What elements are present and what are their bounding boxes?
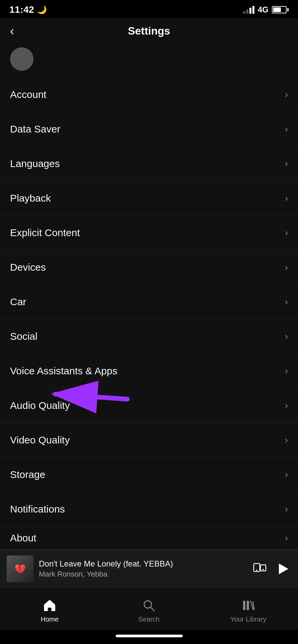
settings-label-notifications: Notifications — [10, 503, 65, 515]
play-button[interactable] — [275, 560, 291, 577]
connect-device-icon[interactable] — [253, 561, 266, 577]
settings-label-data-saver: Data Saver — [10, 123, 60, 135]
chevron-icon-notifications: › — [285, 504, 288, 515]
settings-label-playback: Playback — [10, 193, 51, 204]
chevron-icon-video-quality: › — [285, 435, 288, 445]
svg-point-4 — [256, 570, 257, 571]
battery-indicator — [272, 6, 289, 13]
chevron-icon-social: › — [285, 331, 288, 342]
settings-item-social[interactable]: Social › — [0, 319, 298, 354]
settings-item-car[interactable]: Car › — [0, 285, 298, 319]
home-icon — [42, 598, 57, 613]
chevron-icon-voice-assistants: › — [285, 366, 288, 376]
settings-item-video-quality[interactable]: Video Quality › — [0, 423, 298, 458]
settings-label-voice-assistants: Voice Assistants & Apps — [10, 365, 117, 377]
settings-list: Account › Data Saver › Languages › Playb… — [0, 77, 298, 550]
mini-player-artwork — [7, 555, 34, 582]
status-time: 11:42 — [9, 4, 34, 15]
settings-label-explicit-content: Explicit Content — [10, 227, 80, 238]
bottom-nav: Home Search Your Library — [0, 588, 298, 630]
signal-bar-2 — [246, 9, 248, 14]
settings-item-audio-quality[interactable]: Audio Quality › — [0, 388, 298, 423]
settings-label-devices: Devices — [10, 262, 46, 273]
nav-label-library: Your Library — [230, 615, 266, 623]
settings-label-languages: Languages — [10, 158, 60, 169]
mini-player-artist: Mark Ronson, Yebba — [39, 570, 248, 579]
settings-item-languages[interactable]: Languages › — [0, 147, 298, 181]
signal-bar-4 — [252, 6, 254, 14]
chevron-icon-data-saver: › — [285, 124, 288, 135]
svg-line-7 — [151, 607, 154, 611]
settings-item-about[interactable]: About › — [0, 527, 298, 550]
signal-bar-3 — [249, 8, 251, 14]
avatar-area — [0, 44, 298, 77]
svg-rect-9 — [247, 601, 249, 610]
mini-player-info: Don't Leave Me Lonely (feat. YEBBA) Mark… — [39, 559, 248, 579]
chevron-icon-explicit-content: › — [285, 227, 288, 238]
nav-label-home: Home — [41, 615, 58, 623]
status-icons: 4G — [243, 5, 289, 14]
svg-rect-8 — [243, 601, 245, 610]
settings-item-explicit-content[interactable]: Explicit Content › — [0, 216, 298, 250]
page-title: Settings — [10, 25, 288, 37]
chevron-icon-devices: › — [285, 262, 288, 273]
nav-item-search[interactable]: Search — [99, 595, 198, 627]
mini-player-track: Don't Leave Me Lonely (feat. YEBBA) — [39, 559, 248, 569]
settings-label-account: Account — [10, 89, 46, 100]
moon-icon: 🌙 — [37, 5, 47, 14]
settings-item-storage[interactable]: Storage › — [0, 458, 298, 492]
nav-item-library[interactable]: Your Library — [199, 595, 298, 627]
settings-label-about: About — [10, 532, 36, 544]
network-label: 4G — [258, 5, 269, 14]
mini-player-controls — [253, 560, 291, 577]
back-button[interactable]: ‹ — [10, 24, 14, 38]
avatar — [10, 47, 34, 71]
settings-item-voice-assistants[interactable]: Voice Assistants & Apps › — [0, 354, 298, 388]
chevron-icon-languages: › — [285, 158, 288, 169]
settings-label-social: Social — [10, 331, 38, 342]
mini-player[interactable]: Don't Leave Me Lonely (feat. YEBBA) Mark… — [0, 550, 298, 588]
svg-point-5 — [262, 569, 264, 570]
nav-label-search: Search — [138, 615, 160, 623]
settings-item-notifications[interactable]: Notifications › — [0, 492, 298, 527]
chevron-icon-storage: › — [285, 469, 288, 480]
search-icon — [141, 598, 156, 613]
settings-item-devices[interactable]: Devices › — [0, 250, 298, 285]
signal-bar-1 — [243, 11, 245, 14]
status-bar: 11:42 🌙 4G — [0, 0, 298, 18]
chevron-icon-playback: › — [285, 193, 288, 204]
signal-bars — [243, 6, 254, 14]
settings-item-data-saver[interactable]: Data Saver › — [0, 112, 298, 147]
chevron-icon-car: › — [285, 297, 288, 307]
settings-item-playback[interactable]: Playback › — [0, 181, 298, 216]
settings-label-storage: Storage — [10, 469, 45, 480]
chevron-icon-audio-quality: › — [285, 400, 288, 411]
settings-label-audio-quality: Audio Quality — [10, 400, 70, 411]
library-icon — [241, 598, 256, 613]
settings-header: ‹ Settings — [0, 18, 298, 44]
chevron-icon-about: › — [285, 533, 288, 543]
home-indicator — [0, 630, 298, 644]
chevron-icon-account: › — [285, 89, 288, 100]
nav-item-home[interactable]: Home — [0, 595, 99, 627]
settings-label-car: Car — [10, 296, 26, 308]
settings-item-account[interactable]: Account › — [0, 77, 298, 112]
settings-label-video-quality: Video Quality — [10, 434, 70, 446]
home-indicator-bar — [116, 635, 183, 637]
